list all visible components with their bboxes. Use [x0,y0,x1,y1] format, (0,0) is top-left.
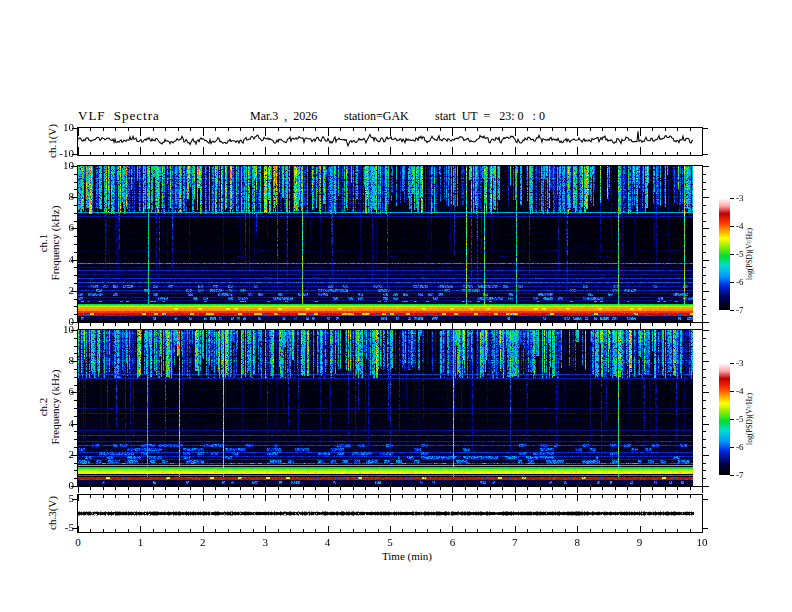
tick-mark [103,529,104,532]
tick-mark [290,128,291,131]
x-tick-label: 2 [190,536,216,548]
tick-mark [203,495,204,501]
tick-mark [303,323,304,326]
tick-mark [203,487,204,493]
tick-mark [190,495,191,498]
tick-mark [427,487,428,490]
tick-mark [390,147,391,155]
tick-mark [315,152,316,155]
tick-mark [90,495,91,498]
tick-mark [203,526,204,532]
x-tick-label: 9 [627,536,653,548]
tick-mark [390,323,391,329]
tick-mark [703,528,708,529]
tick-mark [340,323,341,326]
colorbar-tick-label: -5 [736,249,744,259]
tick-mark [240,152,241,155]
tick-mark [703,166,709,167]
tick-mark [278,152,279,155]
tick-mark [328,128,329,136]
x-tick-label: 10 [689,536,715,548]
tick-mark [703,361,709,362]
tick-mark [452,495,453,501]
tick-mark [228,487,229,490]
tick-mark [128,495,129,498]
tick-mark [203,147,204,155]
tick-mark [190,152,191,155]
tick-mark [265,487,266,493]
tick-mark [74,244,77,245]
tick-mark [215,152,216,155]
tick-mark [627,152,628,155]
tick-mark [278,487,279,490]
tick-mark [340,128,341,131]
tick-mark [552,128,553,131]
tick-mark [365,487,366,490]
tick-mark [402,495,403,498]
tick-mark [74,314,77,315]
tick-mark [703,470,706,471]
tick-mark [452,323,453,329]
tick-mark [74,431,77,432]
tick-mark [140,128,141,136]
tick-mark [153,529,154,532]
tick-mark [365,128,366,131]
tick-mark [730,254,734,255]
y-tick-label: 6 [50,221,74,233]
tick-mark [178,529,179,532]
tick-mark [640,128,641,136]
tick-mark [465,152,466,155]
tick-mark [730,447,734,448]
tick-mark [703,267,706,268]
tick-mark [74,369,77,370]
tick-mark [703,408,706,409]
colorbar-tick-label: -6 [736,277,744,287]
tick-mark [703,275,706,276]
tick-mark [328,526,329,532]
tick-mark [502,487,503,490]
tick-mark [128,128,129,131]
tick-mark [690,152,691,155]
tick-mark [115,323,116,326]
tick-mark [278,529,279,532]
tick-mark [590,495,591,498]
tick-mark [652,323,653,326]
tick-mark [677,495,678,498]
tick-mark [477,487,478,490]
tick-mark [702,526,703,532]
tick-mark [615,152,616,155]
tick-mark [477,128,478,131]
tick-mark [90,128,91,131]
y-tick-label: 0 [50,479,74,491]
tick-mark [74,189,77,190]
tick-mark [702,495,703,501]
tick-mark [165,529,166,532]
y-tick-label: 2 [50,448,74,460]
tick-mark [128,529,129,532]
tick-mark [440,495,441,498]
ch2-spectrogram-ylabel-line1: ch.2 [37,370,49,445]
tick-mark [677,529,678,532]
tick-mark [440,487,441,490]
tick-mark [74,385,77,386]
ch2-spectrogram-panel [77,329,703,487]
tick-mark [527,323,528,326]
tick-mark [265,323,266,329]
tick-mark [427,495,428,498]
x-tick-label: 3 [252,536,278,548]
tick-mark [703,499,708,500]
tick-mark [590,323,591,326]
tick-mark [703,346,706,347]
tick-mark [215,323,216,326]
tick-mark [278,323,279,326]
tick-mark [627,529,628,532]
tick-mark [427,529,428,532]
tick-mark [290,152,291,155]
tick-mark [602,128,603,131]
tick-mark [602,487,603,490]
tick-mark [128,323,129,326]
tick-mark [74,283,77,284]
tick-mark [328,487,329,493]
tick-mark [74,174,77,175]
tick-mark [203,128,204,136]
